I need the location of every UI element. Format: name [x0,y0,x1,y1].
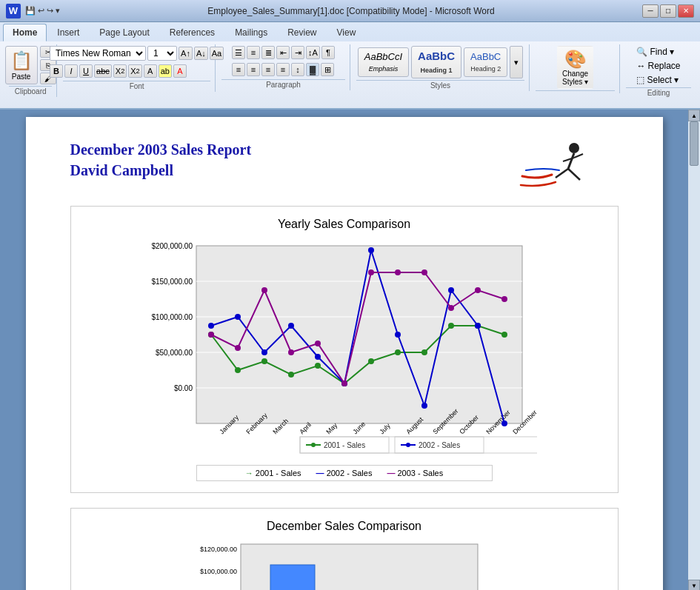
text-effects-button[interactable]: A [144,64,157,78]
svg-point-37 [448,323,454,329]
editing-group: 🔍 Find ▾ ↔ Replace ⬚ Select ▾ Editing [621,44,696,98]
svg-point-60 [421,269,427,275]
para-row-2: ≡ ≡ ≡ ≡ ↕ ▓ ⊞ [232,63,334,76]
align-right-button[interactable]: ≡ [261,63,275,76]
yearly-sales-chart: Yearly Sales Comparison $200,000.00 $150… [70,206,619,493]
replace-button[interactable]: ↔ Replace [634,60,682,72]
redo-quick-btn[interactable]: ↪ [47,6,53,16]
underline-button[interactable]: U [79,64,93,78]
change-styles-button[interactable]: 🎨 ChangeStyles ▾ [557,46,593,89]
svg-text:2001 - Sales: 2001 - Sales [324,441,365,449]
scroll-up-button[interactable]: ▲ [688,110,700,121]
grow-font-button[interactable]: A↑ [179,47,193,60]
svg-point-54 [261,287,267,293]
decrease-indent-button[interactable]: ⇤ [276,46,290,59]
justify-button[interactable]: ≡ [276,63,290,76]
scroll-track[interactable] [688,121,700,580]
select-button[interactable]: ⬚ Select ▾ [634,74,681,86]
tab-insert[interactable]: Insert [47,24,89,41]
qa-dropdown-btn[interactable]: ▾ [56,6,60,16]
paste-button[interactable]: 📋 Paste [5,46,38,84]
bullets-button[interactable]: ☰ [232,46,245,59]
svg-point-41 [235,314,241,320]
font-color-button[interactable]: A [173,64,187,78]
maximize-button[interactable]: □ [660,4,676,18]
window-title: Employee_Sales_Summary[1].doc [Compatibi… [207,6,494,16]
highlight-button[interactable]: ab [159,64,172,78]
line-spacing-button[interactable]: ↕ [291,63,304,76]
borders-button[interactable]: ⊞ [321,63,334,76]
style-heading2[interactable]: AaBbCHeading 2 [464,47,507,77]
scroll-down-button[interactable]: ▼ [688,580,700,590]
svg-point-66 [311,443,316,447]
december-chart-title: December Sales Comparison [82,520,607,533]
shading-button[interactable]: ▓ [306,63,319,76]
svg-point-63 [501,296,507,302]
tab-mailings[interactable]: Mailings [225,24,277,41]
svg-text:$120,000.00: $120,000.00 [199,546,236,553]
change-styles-icon: 🎨 [564,49,587,70]
svg-line-5 [574,154,583,158]
find-label: Find ▾ [650,47,674,57]
style-emphasis[interactable]: AaBbCcIEmphasis [358,47,409,77]
show-marks-button[interactable]: ¶ [321,46,335,59]
multilevel-button[interactable]: ≣ [261,46,275,59]
svg-point-62 [475,287,481,293]
svg-point-51 [501,420,507,426]
styles-group-label: Styles [356,80,524,90]
editing-content: 🔍 Find ▾ ↔ Replace ⬚ Select ▾ [634,46,682,86]
font-size-select[interactable]: 1 [147,46,177,61]
tab-page-layout[interactable]: Page Layout [90,24,159,41]
quick-access-toolbar: 💾 ↩ ↪ ▾ [25,6,60,16]
december-chart-svg: $120,000.00 $100,000.00 $80,000.00 [196,540,493,590]
strikethrough-button[interactable]: abc [94,64,112,78]
undo-quick-btn[interactable]: ↩ [38,6,44,16]
svg-point-42 [261,349,267,355]
numbering-button[interactable]: ≡ [247,46,260,59]
tab-view[interactable]: View [327,24,366,41]
paragraph-group: ☰ ≡ ≣ ⇤ ⇥ ↕A ¶ ≡ ≡ ≡ ≡ ↕ ▓ ⊞ P [217,44,350,90]
legend-2002: — 2002 - Sales [316,469,373,477]
svg-point-52 [208,332,214,338]
styles-more-button[interactable]: ▾ [510,46,523,78]
legend-2003: — 2003 - Sales [387,469,443,477]
scroll-thumb[interactable] [690,121,699,166]
svg-point-32 [315,363,321,369]
bold-button[interactable]: B [50,64,63,78]
sort-button[interactable]: ↕A [306,46,320,59]
minimize-button[interactable]: ─ [642,4,659,18]
svg-point-43 [288,323,294,329]
svg-text:$100,000.00: $100,000.00 [152,313,193,321]
tab-review[interactable]: Review [278,24,326,41]
svg-point-61 [448,305,454,311]
svg-point-58 [368,269,374,275]
svg-point-46 [368,247,374,253]
superscript-button[interactable]: X2 [128,64,141,78]
style-heading1[interactable]: AaBbCHeading 1 [411,46,461,78]
svg-point-36 [421,349,427,355]
find-button[interactable]: 🔍 Find ▾ [634,46,676,58]
close-button[interactable]: ✕ [678,4,694,18]
svg-text:2002 - Sales: 2002 - Sales [419,441,460,449]
svg-point-48 [421,403,427,409]
svg-text:$200,000.00: $200,000.00 [152,242,193,250]
font-row-1: Times New Roman 1 A↑ A↓ Aa [50,46,224,61]
change-styles-content: 🎨 ChangeStyles ▾ [557,46,593,89]
document-scroll[interactable]: December 2003 Sales Report David Campbel… [0,110,688,590]
italic-button[interactable]: I [64,64,78,78]
increase-indent-button[interactable]: ⇥ [291,46,304,59]
clipboard-content: 📋 Paste ✂ ⎘ 🖌 [5,46,56,84]
tab-references[interactable]: References [160,24,224,41]
align-center-button[interactable]: ≡ [247,63,260,76]
align-left-button[interactable]: ≡ [232,63,245,76]
shrink-font-button[interactable]: A↓ [194,47,208,60]
svg-point-34 [368,358,374,364]
tab-home[interactable]: Home [3,24,47,41]
subscript-button[interactable]: X2 [113,64,127,78]
font-group-label: Font [63,81,210,90]
save-quick-btn[interactable]: 💾 [25,6,36,16]
paragraph-group-label: Paragraph [221,79,345,89]
app-icon: W [6,4,21,19]
font-family-select[interactable]: Times New Roman [50,46,146,61]
ribbon: Home Insert Page Layout References Maili… [0,22,700,110]
